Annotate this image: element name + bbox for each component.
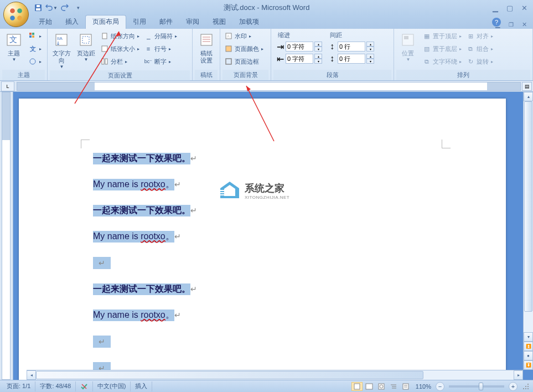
spinner-down[interactable]: ▾ [366,47,374,51]
zoom-level[interactable]: 110% [416,383,431,390]
scroll-down-button[interactable]: ▾ [524,332,533,342]
orientation-button[interactable]: 纸张方向▸ [99,30,141,42]
svg-point-0 [10,8,15,13]
svg-rect-6 [37,5,40,7]
spinner-up[interactable]: ▴ [366,54,374,59]
fullscreen-view[interactable] [364,382,375,391]
align-button[interactable]: ⊞对齐▸ [464,30,495,42]
scroll-thumb-v[interactable] [524,101,532,312]
wrap-button[interactable]: ⧉文字环绕▸ [421,55,463,68]
svg-point-50 [523,388,524,389]
horizontal-scrollbar[interactable]: ◂ ▸ [27,370,523,380]
outline-view[interactable] [388,382,399,391]
zoom-slider[interactable] [449,385,504,388]
spinner-down[interactable]: ▾ [314,47,322,51]
tab-references[interactable]: 引用 [126,16,153,29]
zoom-out-button[interactable]: − [436,382,444,391]
office-button[interactable] [3,2,29,27]
scroll-thumb-h[interactable] [36,371,423,379]
columns-button[interactable]: 分栏▸ [99,55,141,68]
maximize-button[interactable]: ▢ [504,3,515,12]
tab-addins[interactable]: 加载项 [232,16,266,29]
tab-insert[interactable]: 插入 [59,16,85,29]
spinner-down[interactable]: ▾ [314,59,322,64]
line-numbers-icon: ≡ [144,44,153,53]
scroll-left-button[interactable]: ◂ [27,370,36,380]
svg-point-2 [10,16,15,20]
spinner-up[interactable]: ▴ [314,54,322,59]
svg-text:IIA: IIA [57,36,63,41]
document-viewport[interactable]: 一起来测试一下效果吧。↵ My name is rootxo。↵ 一起来测试一下… [13,92,533,380]
horizontal-ruler[interactable]: L ▤ [0,81,533,92]
page[interactable]: 一起来测试一下效果吧。↵ My name is rootxo。↵ 一起来测试一下… [19,99,506,380]
spacing-after-input[interactable] [338,54,365,64]
hyphenation-button[interactable]: bc⁻断字▸ [142,55,179,68]
print-layout-view[interactable] [351,382,363,391]
minimize-button[interactable]: ▁ [490,3,501,12]
line-numbers-button[interactable]: ≡行号▸ [142,43,179,55]
vertical-scrollbar[interactable]: ▴ ▾ ⏫ ● ⏬ [523,92,533,370]
breaks-button[interactable]: ⎯分隔符▸ [142,30,179,42]
web-layout-view[interactable] [376,382,387,391]
page-color-button[interactable]: 页面颜色▸ [222,43,265,55]
position-button[interactable]: 位置▼ [396,30,420,63]
language-status[interactable]: 中文(中国) [93,381,131,391]
vertical-ruler[interactable] [0,92,13,380]
spinner-up[interactable]: ▴ [314,42,322,47]
theme-fonts[interactable]: 文▸ [27,43,43,55]
ribbon-minimize-button[interactable]: ▁ [492,20,503,29]
indent-right-input[interactable] [286,54,313,64]
page-status[interactable]: 页面: 1/1 [2,381,35,391]
tab-view[interactable]: 视图 [206,16,232,29]
word-count[interactable]: 字数: 48/48 [35,381,76,391]
bring-front-icon: ▦ [422,32,431,40]
position-icon [399,31,417,49]
themes-button[interactable]: 文 主题 ▼ [2,30,25,63]
rotate-button[interactable]: ↻旋转▸ [464,55,495,68]
next-page-button[interactable]: ⏬ [524,360,533,370]
spinner-up[interactable]: ▴ [366,42,374,47]
bring-front-button[interactable]: ▦置于顶层▸ [421,30,463,42]
tab-page-layout[interactable]: 页面布局 [85,15,126,29]
manuscript-button[interactable]: 稿纸 设置 [195,30,218,65]
zoom-slider-thumb[interactable] [479,383,483,390]
hyphenation-icon: bc⁻ [144,57,153,66]
indent-left-input[interactable] [286,42,313,51]
send-back-button[interactable]: ▧置于底层▸ [421,43,463,55]
doc-close-button[interactable]: ✕ [519,20,530,29]
document-content[interactable]: 一起来测试一下效果吧。↵ My name is rootxo。↵ 一起来测试一下… [91,152,199,380]
prev-page-button[interactable]: ⏫ [524,342,533,351]
browse-object-button[interactable]: ● [524,351,533,360]
group-button[interactable]: ⧉组合▸ [464,43,495,55]
redo-button[interactable] [59,2,71,14]
draft-view[interactable] [400,382,411,391]
tab-home[interactable]: 开始 [32,16,59,29]
spacing-before-input[interactable] [338,42,365,51]
scroll-up-button[interactable]: ▴ [524,92,533,101]
theme-colors[interactable]: ▸ [27,30,43,42]
theme-effects[interactable]: ▸ [27,55,43,68]
text-line[interactable]: 一起来测试一下效果吧。 [93,205,190,216]
doc-restore-button[interactable]: ❐ [505,20,516,29]
zoom-in-button[interactable]: + [509,382,518,391]
undo-button[interactable]: ▼ [45,2,58,14]
spinner-down[interactable]: ▾ [366,59,374,64]
text-line[interactable]: 一起来测试一下效果吧。 [93,283,190,295]
scroll-right-button[interactable]: ▸ [514,370,523,380]
proofing-status[interactable] [76,381,93,391]
qat-customize[interactable]: ▾ [72,2,84,14]
resize-grip[interactable] [521,382,531,391]
tab-review[interactable]: 审阅 [179,16,206,29]
watermark-button[interactable]: A水印▸ [222,30,265,42]
ruler-toggle[interactable]: ▤ [522,82,532,91]
tab-mailings[interactable]: 邮件 [153,16,179,29]
margins-button[interactable]: 页边距▼ [74,30,97,63]
page-borders-button[interactable]: 页面边框 [222,55,265,68]
size-button[interactable]: 纸张大小▸ [99,43,141,55]
text-line[interactable]: 一起来测试一下效果吧。 [93,153,190,164]
text-direction-button[interactable]: IIA 文字方向▼ [50,30,73,70]
tab-selector[interactable]: L [1,81,14,91]
save-button[interactable] [32,2,44,14]
close-button[interactable]: ✕ [519,3,530,12]
insert-mode[interactable]: 插入 [131,381,152,391]
